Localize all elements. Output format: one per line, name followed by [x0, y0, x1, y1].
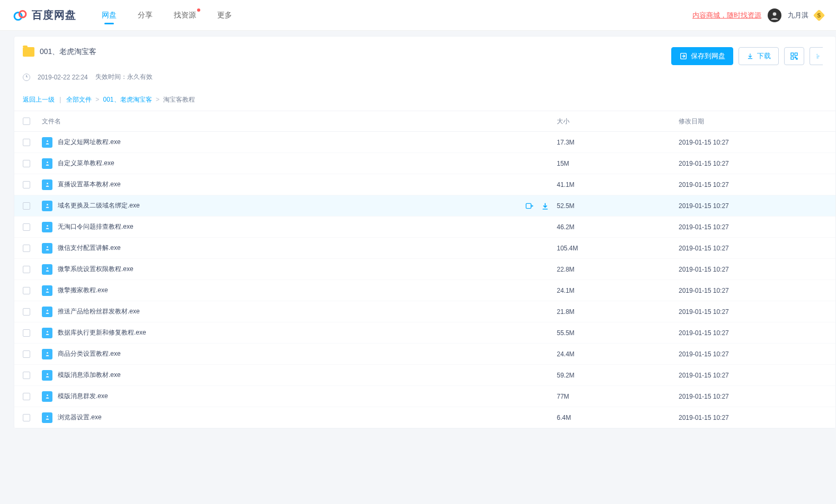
- table-row[interactable]: 无淘口令问题排查教程.exe46.2M2019-01-15 10:27: [14, 217, 835, 238]
- file-date: 2019-01-15 10:27: [679, 350, 827, 358]
- nav-item-2[interactable]: 找资源: [174, 1, 196, 30]
- column-name[interactable]: 文件名: [42, 117, 557, 126]
- svg-point-31: [47, 394, 48, 396]
- exe-file-icon: [42, 264, 52, 275]
- table-row[interactable]: 域名更换及二级域名绑定.exe52.5M2019-01-15 10:27: [14, 195, 835, 217]
- row-checkbox[interactable]: [23, 414, 30, 421]
- file-name: 直播设置基本教材.exe: [58, 180, 121, 189]
- brand-logo[interactable]: 百度网盘: [13, 8, 76, 23]
- row-download-icon[interactable]: [541, 202, 549, 210]
- more-button[interactable]: [810, 47, 823, 65]
- row-checkbox[interactable]: [23, 202, 30, 210]
- file-name: 商品分类设置教程.exe: [58, 349, 121, 358]
- file-size: 21.8M: [557, 308, 679, 316]
- file-size: 59.2M: [557, 372, 679, 379]
- row-checkbox[interactable]: [23, 287, 30, 294]
- row-checkbox[interactable]: [23, 308, 30, 316]
- file-size: 77M: [557, 393, 679, 400]
- qrcode-icon: [790, 52, 798, 60]
- brand-name: 百度网盘: [32, 8, 76, 22]
- file-panel: 001、老虎淘宝客 保存到网盘 下载: [14, 36, 836, 429]
- clock-icon: [23, 74, 30, 81]
- row-checkbox[interactable]: [23, 350, 30, 358]
- table-row[interactable]: 数据库执行更新和修复教程.exe55.5M2019-01-15 10:27: [14, 322, 835, 344]
- file-date: 2019-01-15 10:27: [679, 414, 827, 421]
- file-date: 2019-01-15 10:27: [679, 329, 827, 337]
- file-size: 55.5M: [557, 329, 679, 337]
- nav-item-1[interactable]: 分享: [138, 1, 153, 30]
- table-row[interactable]: 模版消息添加教材.exe59.2M2019-01-15 10:27: [14, 365, 835, 386]
- file-name: 微擎搬家教程.exe: [58, 286, 108, 295]
- save-to-pan-button[interactable]: 保存到网盘: [671, 47, 733, 65]
- svg-point-7: [47, 140, 48, 142]
- svg-point-25: [47, 331, 48, 332]
- file-date: 2019-01-15 10:27: [679, 393, 827, 400]
- svg-point-29: [47, 373, 48, 375]
- svg-rect-14: [526, 203, 531, 208]
- nav-item-3[interactable]: 更多: [217, 1, 232, 30]
- svg-rect-6: [791, 57, 794, 59]
- row-checkbox[interactable]: [23, 181, 30, 188]
- table-row[interactable]: 直播设置基本教材.exe41.1M2019-01-15 10:27: [14, 174, 835, 195]
- breadcrumb-back[interactable]: 返回上一级: [23, 96, 55, 103]
- user-area: 内容商城，随时找资源 九月淇 S: [692, 8, 823, 22]
- exe-file-icon: [42, 285, 52, 296]
- exe-file-icon: [42, 328, 52, 338]
- table-row[interactable]: 微擎搬家教程.exe24.1M2019-01-15 10:27: [14, 280, 835, 301]
- breadcrumb-root[interactable]: 全部文件: [66, 96, 92, 103]
- svg-point-15: [47, 225, 48, 227]
- file-name: 自定义短网址教程.exe: [58, 138, 121, 147]
- folder-title: 001、老虎淘宝客: [40, 47, 96, 57]
- row-checkbox[interactable]: [23, 223, 30, 231]
- breadcrumb-mid[interactable]: 001、老虎淘宝客: [103, 96, 152, 103]
- promo-link[interactable]: 内容商城，随时找资源: [692, 11, 761, 20]
- svg-rect-5: [795, 53, 797, 56]
- file-name: 自定义菜单教程.exe: [58, 159, 114, 168]
- row-checkbox[interactable]: [23, 393, 30, 400]
- row-checkbox[interactable]: [23, 139, 30, 146]
- file-date: 2019-01-15 10:27: [679, 160, 827, 167]
- share-timestamp: 2019-02-22 22:24: [38, 74, 88, 81]
- file-name: 模版消息添加教材.exe: [58, 371, 121, 380]
- vip-badge-icon: S: [813, 9, 825, 21]
- table-row[interactable]: 推送产品给粉丝群发教材.exe21.8M2019-01-15 10:27: [14, 301, 835, 322]
- exe-file-icon: [42, 243, 52, 254]
- exe-file-icon: [42, 349, 52, 359]
- table-row[interactable]: 微擎系统设置权限教程.exe22.8M2019-01-15 10:27: [14, 259, 835, 280]
- svg-point-23: [47, 310, 48, 311]
- table-row[interactable]: 自定义菜单教程.exe15M2019-01-15 10:27: [14, 153, 835, 174]
- exe-file-icon: [42, 391, 52, 402]
- qrcode-button[interactable]: [784, 47, 804, 65]
- column-date[interactable]: 修改日期: [679, 117, 827, 126]
- column-size[interactable]: 大小: [557, 117, 679, 126]
- table-row[interactable]: 商品分类设置教程.exe24.4M2019-01-15 10:27: [14, 344, 835, 365]
- file-name: 微信支付配置讲解.exe: [58, 244, 121, 253]
- exe-file-icon: [42, 137, 52, 148]
- download-button[interactable]: 下载: [739, 47, 779, 65]
- table-row[interactable]: 微信支付配置讲解.exe105.4M2019-01-15 10:27: [14, 238, 835, 259]
- file-size: 46.2M: [557, 223, 679, 231]
- select-all-checkbox[interactable]: [23, 118, 30, 125]
- table-row[interactable]: 自定义短网址教程.exe17.3M2019-01-15 10:27: [14, 132, 835, 153]
- file-name: 域名更换及二级域名绑定.exe: [58, 201, 140, 210]
- row-checkbox[interactable]: [23, 372, 30, 379]
- exe-file-icon: [42, 307, 52, 317]
- file-size: 52.5M: [557, 202, 679, 210]
- nav-item-0[interactable]: 网盘: [102, 1, 117, 30]
- username[interactable]: 九月淇: [788, 11, 808, 20]
- row-checkbox[interactable]: [23, 329, 30, 337]
- table-header: 文件名 大小 修改日期: [14, 111, 835, 132]
- file-size: 24.1M: [557, 287, 679, 294]
- row-share-icon[interactable]: [525, 202, 533, 210]
- avatar[interactable]: [768, 8, 781, 22]
- row-checkbox[interactable]: [23, 245, 30, 252]
- table-row[interactable]: 浏览器设置.exe6.4M2019-01-15 10:27: [14, 407, 835, 428]
- svg-rect-4: [791, 53, 794, 56]
- svg-point-11: [47, 183, 48, 184]
- more-icon: [815, 52, 821, 60]
- file-date: 2019-01-15 10:27: [679, 266, 827, 273]
- row-checkbox[interactable]: [23, 266, 30, 273]
- file-date: 2019-01-15 10:27: [679, 308, 827, 316]
- row-checkbox[interactable]: [23, 160, 30, 167]
- table-row[interactable]: 模版消息群发.exe77M2019-01-15 10:27: [14, 386, 835, 407]
